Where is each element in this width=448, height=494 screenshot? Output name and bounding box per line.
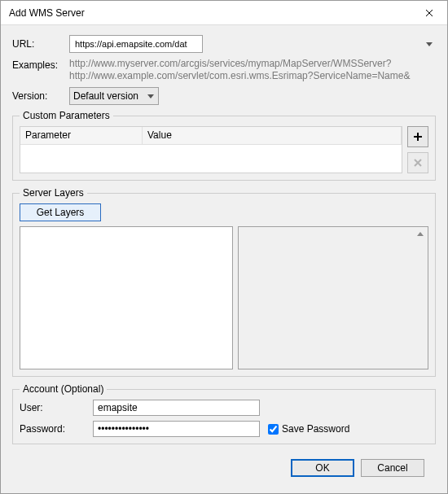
cancel-button[interactable]: Cancel [361,459,424,477]
user-input[interactable] [93,400,260,416]
examples-label: Examples: [12,58,69,82]
parameters-table[interactable]: Parameter Value [20,126,402,173]
custom-parameters-legend: Custom Parameters [20,110,113,121]
password-input[interactable] [93,421,260,437]
close-button[interactable] [411,1,447,25]
version-select[interactable]: Default version [69,87,159,105]
ok-button[interactable]: OK [291,459,354,477]
column-parameter: Parameter [20,127,143,144]
scroll-up-icon[interactable] [415,229,426,240]
chevron-down-icon [426,38,433,50]
remove-parameter-button [407,152,428,173]
custom-parameters-group: Custom Parameters Parameter Value [12,110,436,181]
get-layers-button[interactable]: Get Layers [20,203,101,221]
column-value: Value [143,127,402,144]
content-area: URL: Examples: http://www.myserver.com/a… [1,25,447,493]
titlebar: Add WMS Server [1,1,447,25]
close-icon [425,9,433,17]
server-layers-group: Server Layers Get Layers [12,187,436,377]
account-legend: Account (Optional) [20,383,107,395]
layer-details-panel[interactable] [238,226,428,369]
add-parameter-button[interactable] [407,126,428,147]
user-label: User: [20,402,93,413]
save-password-checkbox[interactable]: Save Password [268,423,349,435]
save-password-check[interactable] [268,424,279,435]
server-layers-legend: Server Layers [20,187,87,199]
plus-icon [413,132,423,142]
examples-text: http://www.myserver.com/arcgis/services/… [69,58,410,82]
password-label: Password: [20,423,93,435]
dialog-footer: OK Cancel [12,451,436,485]
table-row[interactable] [20,145,402,166]
url-label: URL: [12,38,69,50]
url-input[interactable] [69,35,203,53]
add-wms-server-dialog: Add WMS Server URL: Examples: http://www… [0,0,448,494]
x-icon [414,159,422,167]
account-group: Account (Optional) User: Password: Save … [12,383,436,444]
window-title: Add WMS Server [9,7,411,19]
version-label: Version: [12,90,69,102]
layers-list[interactable] [20,226,233,369]
